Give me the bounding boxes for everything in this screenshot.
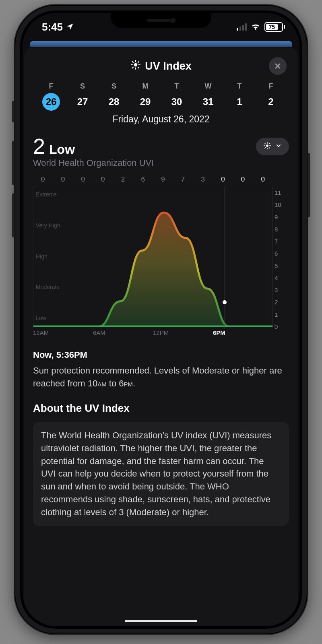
battery-indicator: 75 [264,22,285,32]
close-icon [274,62,282,70]
chart-x-axis: 12AM6AM12PM6PM [33,329,273,336]
day-tab[interactable]: S28 [98,82,130,111]
day-tab[interactable]: M29 [130,82,161,111]
day-tab[interactable]: T30 [161,82,192,111]
sun-icon [130,60,141,73]
day-of-week: S [111,82,116,91]
day-number: 1 [231,93,248,111]
day-of-week: F [49,82,54,91]
uv-source: World Health Organization UVI [33,158,154,168]
location-arrow-icon [66,21,74,33]
day-tab[interactable]: W31 [192,82,224,111]
day-tab[interactable]: T1 [224,82,255,111]
day-tab[interactable]: F2 [255,82,287,111]
svg-line-8 [138,61,139,62]
selected-date: Friday, August 26, 2022 [33,114,289,125]
detail-sheet[interactable]: UV Index F26S27S28M29T30W31T1F2 Friday, … [24,47,298,626]
svg-line-6 [138,67,139,68]
day-number: 29 [136,93,154,111]
chart-hourly-values: 000026973000 [33,175,273,184]
day-tabs: F26S27S28M29T30W31T1F2 [33,82,289,111]
svg-line-7 [132,67,133,68]
day-of-week: M [142,82,149,91]
day-of-week: T [237,82,242,91]
day-tab[interactable]: S27 [67,82,98,111]
home-indicator[interactable] [125,620,197,622]
sheet-title-text: UV Index [145,60,192,72]
wifi-icon [251,21,260,33]
svg-line-14 [265,143,266,144]
svg-line-15 [269,148,270,149]
battery-percent: 75 [266,24,278,30]
svg-line-16 [265,148,266,149]
uv-chart: 000026973000 [33,175,289,336]
close-button[interactable] [269,57,287,75]
svg-line-5 [132,61,133,62]
svg-point-0 [134,63,138,66]
about-body: The World Health Organization's UV index… [33,422,289,526]
metric-picker[interactable] [256,138,289,155]
day-number: 26 [42,93,60,111]
chart-y-axis: 11109876543210 [275,189,287,330]
day-of-week: S [80,82,85,91]
background-sheet-peek [30,41,292,47]
now-advice: Sun protection recommended. Levels of Mo… [33,364,289,390]
uv-value: 2 [33,135,45,157]
phone-frame: 5:45 75 [15,6,307,634]
chart-area [33,187,272,327]
day-number: 2 [262,93,280,111]
now-line [225,187,225,328]
status-time: 5:45 [42,21,63,33]
screen: 5:45 75 [23,13,299,626]
day-of-week: F [269,82,273,91]
day-number: 31 [199,93,217,111]
svg-point-9 [266,144,268,147]
day-tab[interactable]: F26 [35,82,67,111]
cellular-icon [237,23,247,31]
uv-level: Low [49,142,75,157]
notch [111,13,211,28]
now-label: Now, 5:36PM [33,350,289,360]
about-heading: About the UV Index [33,402,289,415]
svg-line-17 [269,143,270,144]
day-number: 28 [105,93,123,111]
day-of-week: T [175,82,179,91]
day-number: 30 [168,93,186,111]
day-of-week: W [205,82,212,91]
uv-summary: 2 Low [33,135,154,157]
chevron-down-icon [275,142,282,151]
chart-plot[interactable]: ExtremeVery HighHighModerateLow [33,187,273,328]
now-dot [223,300,227,304]
day-number: 27 [74,93,91,111]
sun-icon [263,142,271,151]
sheet-title: UV Index [130,60,192,73]
